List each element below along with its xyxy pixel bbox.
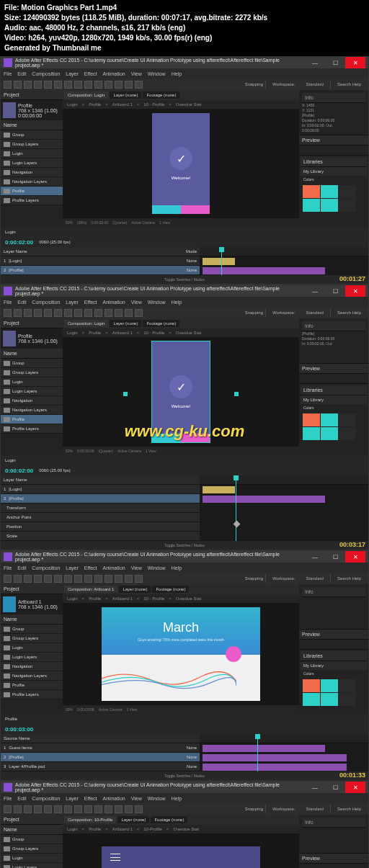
folder[interactable]: Profile bbox=[1, 187, 63, 196]
meta-l2: Size: 124090392 bytes (118.25 MiB), dura… bbox=[4, 13, 365, 23]
menu-help[interactable]: Help bbox=[172, 71, 182, 76]
zoom-tool[interactable] bbox=[24, 81, 32, 89]
name-col: Name bbox=[1, 120, 63, 130]
project-bin: Group Group Layers Login Login Layers Na… bbox=[1, 130, 63, 227]
swatch[interactable] bbox=[321, 199, 338, 212]
menu-composition[interactable]: Composition bbox=[32, 71, 60, 76]
hamburger-icon bbox=[110, 854, 120, 861]
brush-tool[interactable] bbox=[94, 81, 102, 89]
layer-bar bbox=[203, 258, 235, 265]
meta-l3: Audio: aac, 48000 Hz, 2 channels, s16, 2… bbox=[4, 23, 365, 33]
timecode[interactable]: 0:00:02:00 bbox=[5, 239, 33, 246]
maximize-button[interactable]: ☐ bbox=[325, 57, 345, 68]
menu-animation[interactable]: Animation bbox=[103, 71, 125, 76]
folder[interactable]: Login bbox=[1, 149, 63, 158]
month-sub: Guys amazing! 70% more completed tasks t… bbox=[138, 637, 224, 642]
layer-row[interactable]: 1[Login]None bbox=[1, 256, 200, 266]
app-icon bbox=[4, 58, 12, 67]
camera-tool[interactable] bbox=[44, 81, 52, 89]
folder[interactable]: Navigation bbox=[1, 168, 63, 177]
info-x: X: 1450 bbox=[302, 103, 365, 108]
tl-tab[interactable]: Login bbox=[5, 230, 16, 234]
menu-edit[interactable]: Edit bbox=[17, 71, 26, 76]
screenshot-2: Adobe After Effects CC 2015 - C:\udemy c… bbox=[0, 285, 369, 550]
right-panels: Info X: 1450 Y: 1101 [Profile] Duration:… bbox=[299, 90, 368, 227]
item-name: Profile bbox=[18, 103, 58, 108]
info-y: Y: 1101 bbox=[302, 108, 365, 113]
swatch[interactable] bbox=[303, 185, 320, 198]
puppet-tool[interactable] bbox=[135, 81, 143, 89]
folder[interactable]: Profile Layers bbox=[1, 196, 63, 205]
workspace-label: Workspace: bbox=[272, 82, 295, 86]
search-help[interactable]: Search Help bbox=[337, 82, 361, 86]
viewer-statusbar: 50% (39%) 0:00:02:00 (Quarter) Active Ca… bbox=[63, 218, 299, 227]
menu-bar: File Edit Composition Layer Effect Anima… bbox=[1, 68, 368, 79]
frame-info: 0060 (25.00 fps) bbox=[39, 240, 71, 244]
timeline-area[interactable] bbox=[200, 247, 368, 275]
folder[interactable]: Navigation Layers bbox=[1, 177, 63, 187]
hand-tool[interactable] bbox=[14, 81, 22, 89]
crumb[interactable]: Profile bbox=[89, 102, 101, 107]
swatch[interactable] bbox=[303, 199, 320, 212]
anchor-tool[interactable] bbox=[54, 81, 62, 89]
roto-tool[interactable] bbox=[125, 81, 133, 89]
close-button[interactable]: ✕ bbox=[345, 57, 365, 68]
eraser-tool[interactable] bbox=[115, 81, 123, 89]
meta-l1: File: Motion Graphics Part 1.mp4 bbox=[4, 3, 365, 13]
crumb[interactable]: Login bbox=[67, 102, 78, 107]
folder-icon bbox=[4, 170, 10, 175]
menu-window[interactable]: Window bbox=[148, 71, 166, 76]
folder-icon bbox=[4, 151, 10, 156]
layer-row[interactable]: 2[Profile]None bbox=[1, 266, 200, 275]
tab-layer[interactable]: Layer (none) bbox=[110, 91, 141, 99]
playhead[interactable] bbox=[221, 247, 222, 275]
shape-tool[interactable] bbox=[64, 81, 72, 89]
timeline-panel: Login 0:00:02:00 0060 (25.00 fps) Layer … bbox=[1, 227, 368, 284]
screenshot-3: Adobe After Effects CC 2015 - C:\udemy c… bbox=[0, 550, 369, 781]
window-titlebar: Adobe After Effects CC 2015 - C:\udemy c… bbox=[1, 57, 368, 68]
march-card: March Guys amazing! 70% more completed t… bbox=[102, 607, 260, 701]
crumb[interactable]: 10 - Profile bbox=[143, 102, 164, 107]
selection-tool[interactable] bbox=[4, 81, 12, 89]
swatch[interactable] bbox=[339, 185, 356, 198]
tab-footage[interactable]: Footage (none) bbox=[143, 91, 179, 99]
resolution[interactable]: (Quarter) bbox=[112, 220, 127, 225]
menu-view[interactable]: View bbox=[131, 71, 142, 76]
tab-comp[interactable]: Composition: Login bbox=[64, 91, 108, 99]
crumb[interactable]: Overdue Stat bbox=[176, 102, 201, 107]
check-icon: ✓ bbox=[169, 147, 192, 170]
pen-tool[interactable] bbox=[74, 81, 82, 89]
folder-icon bbox=[4, 161, 10, 166]
library-select[interactable]: My Library bbox=[301, 167, 367, 176]
item-dims: 768 x 1346 (1.00) bbox=[18, 108, 58, 113]
file-meta: File: Motion Graphics Part 1.mp4 Size: 1… bbox=[0, 0, 369, 56]
menu-layer[interactable]: Layer bbox=[66, 71, 79, 76]
current-time[interactable]: 0:00:02:00 bbox=[91, 220, 108, 225]
zoom[interactable]: 50% bbox=[66, 220, 73, 225]
views[interactable]: 1 View bbox=[159, 220, 170, 225]
folder[interactable]: Login Layers bbox=[1, 158, 63, 168]
comp-viewer[interactable]: ✓ Welcome! bbox=[63, 109, 299, 218]
folder[interactable]: Group bbox=[1, 130, 63, 140]
clone-tool[interactable] bbox=[105, 81, 112, 89]
camera[interactable]: Active Camera bbox=[131, 220, 155, 225]
toggle-switches[interactable]: Toggle Switches / Modes bbox=[1, 275, 368, 284]
colors-label: Colors bbox=[301, 176, 367, 183]
menu-effect[interactable]: Effect bbox=[84, 71, 97, 76]
transform-handle bbox=[123, 392, 128, 396]
snapping-label[interactable]: Snapping bbox=[245, 82, 263, 86]
swatch[interactable] bbox=[321, 185, 338, 198]
text-tool[interactable] bbox=[84, 81, 92, 89]
project-panel: Project Profile 768 x 1346 (1.00) 0:00:0… bbox=[1, 90, 63, 227]
minimize-button[interactable]: — bbox=[305, 57, 325, 68]
menu-file[interactable]: File bbox=[4, 71, 12, 76]
folder-icon bbox=[4, 189, 10, 194]
swatch[interactable] bbox=[339, 199, 356, 212]
preview-title: Preview bbox=[299, 135, 368, 146]
crumb[interactable]: Artboard 1 bbox=[112, 102, 133, 107]
folder[interactable]: Group Layers bbox=[1, 140, 63, 149]
workspace-value[interactable]: Standard bbox=[306, 82, 324, 86]
project-selected-item[interactable]: Profile 768 x 1346 (1.00) 0:00:06:00 bbox=[1, 100, 63, 120]
meta-l4: Video: h264, yuv420p, 1280x720, 1949 kb/… bbox=[4, 33, 365, 43]
rotate-tool[interactable] bbox=[34, 81, 42, 89]
